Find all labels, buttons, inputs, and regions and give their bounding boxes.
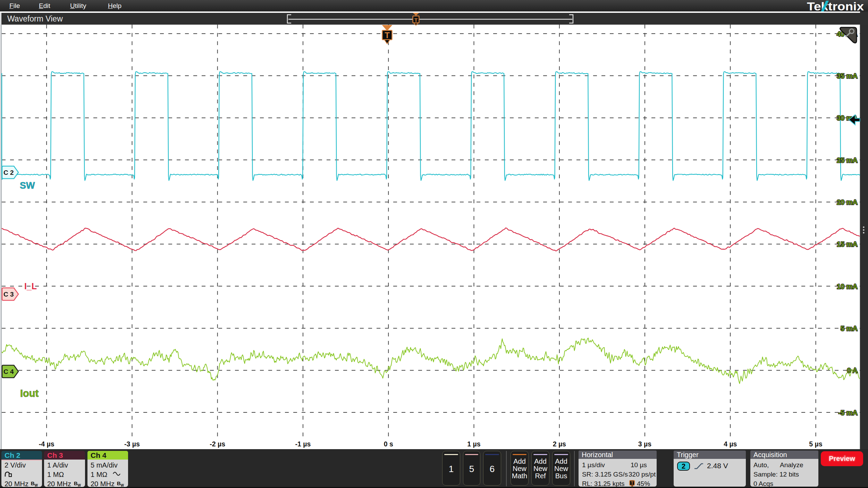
svg-text:C 2: C 2 (3, 169, 14, 176)
svg-text:4 µs: 4 µs (724, 440, 737, 448)
svg-text:35 mA: 35 mA (837, 72, 858, 80)
svg-text:10 mA: 10 mA (837, 283, 858, 290)
svg-text:25 mA: 25 mA (837, 156, 858, 164)
svg-text:15 mA: 15 mA (837, 240, 858, 248)
svg-text:Iout: Iout (20, 388, 39, 399)
svg-text:T: T (414, 17, 418, 23)
svg-text:1 µs: 1 µs (467, 440, 480, 448)
svg-text:20 mA: 20 mA (837, 198, 858, 206)
svg-text:-1 µs: -1 µs (295, 440, 311, 448)
svg-text:-2 µs: -2 µs (210, 440, 225, 448)
svg-text:5 µs: 5 µs (809, 440, 822, 448)
svg-text:-5 mA: -5 mA (838, 409, 858, 417)
svg-text:T: T (385, 31, 390, 40)
svg-text:0 A: 0 A (847, 367, 858, 374)
svg-text:5 mA: 5 mA (841, 325, 858, 332)
svg-text:2 µs: 2 µs (553, 440, 566, 448)
svg-text:0 s: 0 s (384, 440, 393, 448)
svg-text:I_L: I_L (24, 281, 37, 291)
svg-text:C 4: C 4 (3, 368, 14, 375)
svg-text:3 µs: 3 µs (638, 440, 651, 448)
svg-text:-3 µs: -3 µs (124, 440, 140, 448)
svg-text:SW: SW (20, 180, 35, 191)
svg-text:C 3: C 3 (3, 291, 14, 298)
svg-text:-4 µs: -4 µs (39, 440, 54, 448)
